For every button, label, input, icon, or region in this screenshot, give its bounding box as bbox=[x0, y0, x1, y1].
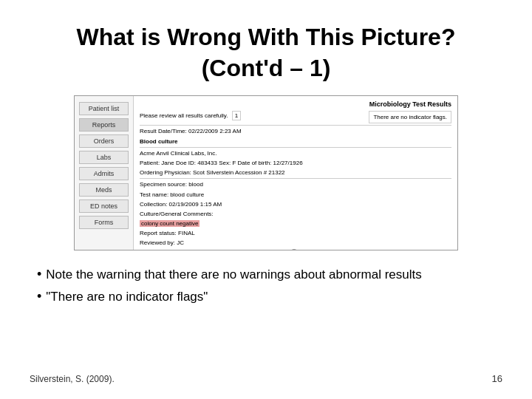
warning-box: There are no indicator flags. bbox=[369, 111, 451, 123]
footer: Silverstein, S. (2009). 16 bbox=[30, 369, 502, 384]
physician-row: Ordering Physician: Scot Silverstein Acc… bbox=[140, 168, 451, 177]
nav-admits[interactable]: Admits bbox=[79, 167, 129, 180]
nav-patient-list[interactable]: Patient list bbox=[79, 102, 129, 115]
warning-row: Please review all results carefully. The… bbox=[140, 111, 451, 123]
lab-name-row: Acme Anvil Clinical Labs, Inc. bbox=[140, 149, 451, 157]
result-date-row: Result Date/Time: 02/22/2009 2:23 AM bbox=[140, 127, 451, 135]
blood-culture-row: Blood culture bbox=[140, 137, 451, 146]
report-status-row: Report status: FINAL bbox=[140, 229, 451, 237]
divider-3 bbox=[140, 178, 451, 179]
specimen-row: Specimen source: blood bbox=[140, 180, 451, 188]
footer-citation: Silverstein, S. (2009). bbox=[30, 374, 115, 384]
bullet-item-1: • Note the warning that there are no war… bbox=[37, 265, 502, 284]
title-line1: What is Wrong With This Picture? bbox=[30, 22, 502, 53]
screenshot-wrapper: Patient list Reports Orders Labs Admits … bbox=[30, 95, 502, 250]
reviewed-row: Reviewed by: JC bbox=[140, 239, 451, 247]
bullet-dot-2: • bbox=[37, 287, 41, 306]
slide-container: What is Wrong With This Picture? (Cont'd… bbox=[0, 0, 532, 399]
report-content: Microbiology Test Results Please review … bbox=[134, 96, 457, 250]
content-area: Patient list Reports Orders Labs Admits … bbox=[30, 95, 502, 369]
collection-row: Collection: 02/19/2009 1:15 AM bbox=[140, 200, 451, 208]
test-name-row: Test name: blood culture bbox=[140, 191, 451, 199]
divider-1 bbox=[140, 125, 451, 126]
slide-title: What is Wrong With This Picture? (Cont'd… bbox=[30, 22, 502, 83]
bullet-text-1: Note the warning that there are no warni… bbox=[46, 265, 421, 284]
divider-2 bbox=[140, 147, 451, 148]
colony-highlight: colony count negative bbox=[140, 220, 200, 227]
warning-number: 1 bbox=[232, 111, 241, 120]
badge-3: 3 bbox=[290, 249, 299, 250]
nav-forms[interactable]: Forms bbox=[79, 216, 129, 229]
nav-orders[interactable]: Orders bbox=[79, 134, 129, 148]
addendum-row: Addendum: above report amended. Positive… bbox=[140, 249, 451, 250]
colony-row: colony count negative bbox=[140, 219, 451, 228]
nav-ed-notes[interactable]: ED notes bbox=[79, 200, 129, 213]
title-line2: (Cont'd – 1) bbox=[30, 53, 502, 84]
report-title: Microbiology Test Results bbox=[140, 100, 451, 108]
patient-row: Patient: Jane Doe ID: 483433 Sex: F Date… bbox=[140, 159, 451, 167]
nav-reports[interactable]: Reports bbox=[79, 118, 129, 132]
left-nav: Patient list Reports Orders Labs Admits … bbox=[75, 96, 134, 250]
bullet-item-2: • "There are no indicator flags" bbox=[37, 287, 502, 307]
screenshot: Patient list Reports Orders Labs Admits … bbox=[74, 95, 458, 250]
nav-labs[interactable]: Labs bbox=[79, 151, 129, 164]
culture-row: Culture/General Comments: bbox=[140, 210, 451, 218]
bullet-list: • Note the warning that there are no war… bbox=[30, 265, 502, 309]
bullet-text-2: "There are no indicator flags" bbox=[46, 287, 208, 307]
footer-page: 16 bbox=[492, 373, 502, 384]
bullet-dot-1: • bbox=[37, 265, 41, 284]
nav-meds[interactable]: Meds bbox=[79, 183, 129, 197]
